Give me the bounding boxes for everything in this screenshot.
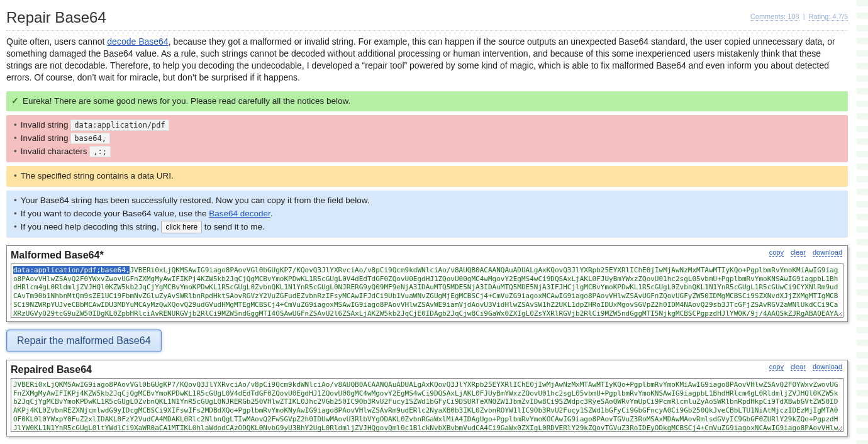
- intro-paragraph: Quite often, users cannot decode Base64,…: [6, 36, 848, 84]
- notice-info: Your Base64 string has been successfully…: [6, 191, 848, 238]
- download-link[interactable]: download: [813, 363, 842, 371]
- repaired-section: copy clear download Repaired Base64 JVBE…: [6, 360, 848, 436]
- malformed-section: copy clear download Malformed Base64* da…: [6, 245, 848, 322]
- repaired-output[interactable]: JVBERi0xLjQKMSAwIG9iago8PAovVGl0bGUgKP7/…: [11, 378, 843, 432]
- download-link[interactable]: download: [813, 248, 842, 257]
- malformed-input[interactable]: data:application/pdf;base64,JVBERi0xLjQK…: [11, 264, 843, 318]
- check-icon: ✓: [11, 96, 19, 106]
- bg-watermark: [857, 0, 868, 444]
- clear-link[interactable]: clear: [791, 248, 806, 257]
- rating-link[interactable]: Rating: 4.7/5: [809, 13, 848, 21]
- comments-link[interactable]: Comments: 108: [750, 13, 799, 21]
- notice-errors: Invalid string data:application/pdf Inva…: [6, 115, 848, 162]
- page-title: Repair Base64: [6, 9, 848, 31]
- code-chip: data:application/pdf: [70, 119, 169, 131]
- code-chip: base64,: [70, 133, 110, 144]
- copy-link[interactable]: copy: [769, 363, 784, 371]
- copy-link[interactable]: copy: [769, 248, 784, 257]
- notice-success: ✓Eureka! There are some good news for yo…: [6, 91, 848, 112]
- decode-link[interactable]: decode Base64: [107, 36, 168, 47]
- click-here-button[interactable]: click here: [161, 221, 202, 233]
- meta-bar: Comments: 108 | Rating: 4.7/5: [750, 13, 848, 20]
- code-chip: ,:;: [89, 146, 111, 157]
- malformed-title: Malformed Base64*: [11, 250, 843, 261]
- notice-warning: The specified string contains a data URI…: [6, 166, 848, 187]
- clear-link[interactable]: clear: [791, 363, 806, 371]
- repaired-title: Repaired Base64: [11, 364, 843, 375]
- repair-button[interactable]: Repair the malformed Base64: [6, 330, 162, 352]
- decoder-link[interactable]: Base64 decoder: [209, 209, 270, 218]
